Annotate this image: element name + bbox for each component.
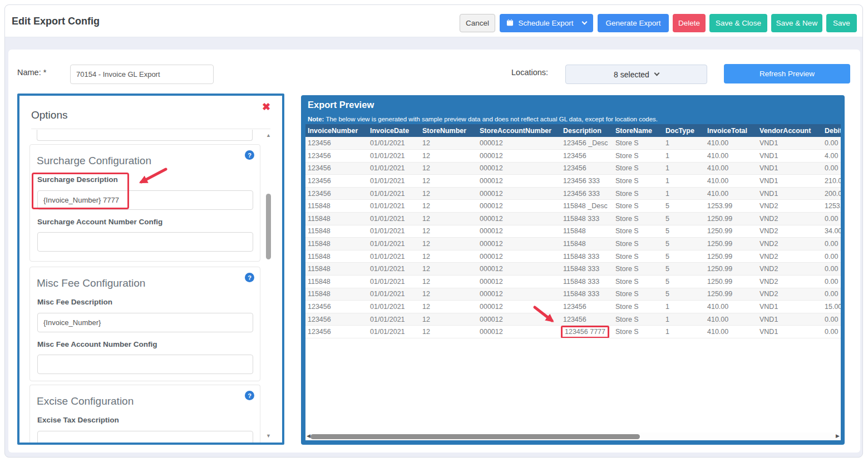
preview-table-header-row: InvoiceNumberInvoiceDateStoreNumberStore… <box>305 124 841 137</box>
help-icon[interactable]: ? <box>245 273 254 282</box>
locations-select[interactable]: 8 selected <box>565 65 707 84</box>
generate-export-button[interactable]: Generate Export <box>598 14 669 32</box>
scroll-right-arrow-icon[interactable]: ▶ <box>836 433 840 439</box>
cancel-button[interactable]: Cancel <box>460 14 495 32</box>
table-cell: Store S <box>613 250 663 263</box>
table-cell: 1 <box>663 137 705 150</box>
scrolled-partial-input[interactable] <box>37 130 253 141</box>
table-cell: 5 <box>663 276 705 288</box>
table-cell: 115848 333 <box>561 213 613 225</box>
table-cell: 12 <box>420 276 477 288</box>
table-cell: VND2 <box>757 263 822 276</box>
table-row: 11584801/01/202112000012115848 _DescStor… <box>305 200 841 213</box>
table-cell: 000012 <box>477 326 561 338</box>
table-cell: 123456 <box>305 162 368 175</box>
table-row: 12345601/01/202112000012123456Store S141… <box>305 313 841 326</box>
scroll-down-arrow-icon[interactable]: ▼ <box>264 433 273 439</box>
save-and-new-button-label: Save & New <box>776 19 817 27</box>
app-header-bar: Edit Export Config Cancel Schedule Expor… <box>5 5 862 37</box>
table-cell: 000012 <box>477 263 561 276</box>
table-row: 12345601/01/202112000012123456Store S141… <box>305 150 841 163</box>
table-cell: VND1 <box>757 301 822 313</box>
column-header: StoreAccountNumber <box>477 124 561 137</box>
table-cell: 0.00 <box>822 213 841 225</box>
save-and-new-button[interactable]: Save & New <box>771 14 822 32</box>
table-cell: Store S <box>613 301 663 313</box>
table-cell: 5 <box>663 238 705 250</box>
table-cell: 01/01/2021 <box>368 288 420 301</box>
note-label: Note: <box>308 116 324 122</box>
table-cell: VND2 <box>757 213 822 225</box>
note-text: The below view is generated with sample … <box>324 116 658 122</box>
refresh-preview-button[interactable]: Refresh Preview <box>724 64 850 83</box>
surcharge-account-number-config-input[interactable] <box>37 232 253 252</box>
table-cell: 5 <box>663 250 705 263</box>
table-cell: 12 <box>420 263 477 276</box>
misc-fee-account-number-config-input[interactable] <box>37 355 253 374</box>
page-title: Edit Export Config <box>12 5 100 37</box>
table-cell: 1250.99 <box>705 225 757 238</box>
section-title: Surcharge Configuration <box>37 155 151 167</box>
scroll-up-arrow-icon[interactable]: ▲ <box>264 132 273 138</box>
close-icon[interactable]: ✖ <box>262 101 270 113</box>
table-cell: Store S <box>613 150 663 163</box>
excise-tax-description-input[interactable] <box>37 431 253 445</box>
divider <box>31 129 270 129</box>
table-cell: 1250.99 <box>705 276 757 288</box>
misc-fee-description-input[interactable] <box>37 313 253 332</box>
options-panel: Options ✖ ? Surcharge Configuration Surc… <box>17 94 284 445</box>
table-row: 12345601/01/202112000012123456 333Store … <box>305 175 841 188</box>
table-row: 12345601/01/202112000012123456Store S141… <box>305 162 841 175</box>
table-cell: 000012 <box>477 175 561 188</box>
name-input[interactable] <box>70 65 214 84</box>
table-cell: 000012 <box>477 276 561 288</box>
table-cell: 0.00 <box>822 137 841 150</box>
table-cell: 01/01/2021 <box>368 175 420 188</box>
table-cell: 4.00 <box>822 150 841 163</box>
table-cell: 000012 <box>477 238 561 250</box>
delete-button[interactable]: Delete <box>673 14 706 32</box>
schedule-export-button[interactable]: Schedule Export <box>500 14 593 32</box>
table-cell: 000012 <box>477 200 561 213</box>
table-cell: 12 <box>420 162 477 175</box>
table-cell: 115848 <box>305 200 368 213</box>
scrollbar-thumb[interactable] <box>310 434 640 439</box>
surcharge-description-input[interactable] <box>37 190 253 210</box>
misc-fee-configuration-section: ? Misc Fee Configuration Misc Fee Descri… <box>29 267 260 381</box>
table-cell: 123456 <box>561 162 613 175</box>
scroll-left-arrow-icon[interactable]: ◀ <box>307 433 310 439</box>
table-cell: 115848 <box>561 238 613 250</box>
scrollbar-thumb[interactable] <box>266 194 271 259</box>
section-title: Misc Fee Configuration <box>37 277 145 289</box>
table-cell: VND2 <box>757 200 822 213</box>
table-cell: 5 <box>663 288 705 301</box>
column-header: StoreName <box>613 124 663 137</box>
options-vertical-scrollbar[interactable]: ▲ ▼ <box>264 132 273 440</box>
save-button[interactable]: Save <box>826 14 857 32</box>
table-cell: VND2 <box>757 288 822 301</box>
table-cell: 410.00 <box>705 187 757 200</box>
table-cell: 1250.99 <box>705 213 757 225</box>
save-button-label: Save <box>833 19 850 27</box>
preview-horizontal-scrollbar[interactable]: ◀ ▶ <box>305 432 841 440</box>
table-cell: 01/01/2021 <box>368 263 420 276</box>
table-cell: 01/01/2021 <box>368 326 420 338</box>
column-header: VendorAccount <box>757 124 822 137</box>
table-row: 12345601/01/202112000012123456 _DescStor… <box>305 137 841 150</box>
table-cell: 12 <box>420 288 477 301</box>
table-cell: 123456 <box>561 301 613 313</box>
table-cell: 115848 <box>305 263 368 276</box>
help-icon[interactable]: ? <box>245 391 254 400</box>
table-cell: 115848 333 <box>561 263 613 276</box>
table-cell: 115848 <box>305 225 368 238</box>
table-cell: 410.00 <box>705 301 757 313</box>
cancel-button-label: Cancel <box>466 19 489 27</box>
chevron-down-icon <box>654 71 659 76</box>
save-and-close-button[interactable]: Save & Close <box>709 14 767 32</box>
help-icon[interactable]: ? <box>245 150 254 160</box>
table-cell: Store S <box>613 326 663 338</box>
table-cell: 1 <box>663 162 705 175</box>
table-cell: Store S <box>613 213 663 225</box>
highlighted-cell-value: 123456 7777 <box>561 326 609 338</box>
table-cell: Store S <box>613 200 663 213</box>
